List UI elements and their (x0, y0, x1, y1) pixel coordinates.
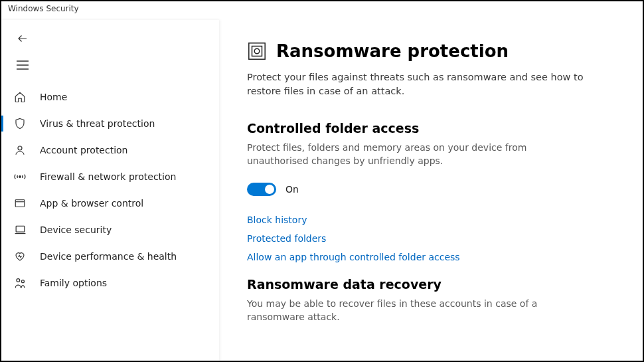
svg-point-1 (19, 176, 21, 178)
cfa-toggle-label: On (285, 184, 299, 195)
ransomware-icon (247, 41, 267, 61)
sidebar-item-performance[interactable]: Device performance & health (1, 243, 219, 270)
sidebar-item-device-security[interactable]: Device security (1, 217, 219, 243)
arrow-left-icon (17, 33, 29, 45)
page-title: Ransomware protection (276, 41, 509, 61)
sidebar-item-label: Account protection (40, 145, 128, 155)
page-description: Protect your files against threats such … (247, 70, 592, 98)
antenna-icon (13, 170, 27, 183)
svg-rect-7 (252, 46, 262, 56)
recovery-description: You may be able to recover files in thes… (247, 297, 566, 324)
recovery-title: Ransomware data recovery (247, 277, 616, 292)
hamburger-icon (17, 60, 29, 70)
person-icon (13, 143, 27, 157)
svg-point-5 (21, 280, 24, 283)
window-titlebar: Windows Security (1, 1, 643, 20)
svg-point-0 (18, 146, 22, 150)
sidebar-item-app-browser[interactable]: App & browser control (1, 190, 219, 217)
svg-rect-6 (249, 43, 265, 59)
hamburger-button[interactable] (9, 53, 36, 77)
link-allow-app[interactable]: Allow an app through controlled folder a… (247, 252, 616, 262)
back-button[interactable] (9, 27, 36, 50)
sidebar-item-firewall[interactable]: Firewall & network protection (1, 163, 219, 190)
sidebar-item-family[interactable]: Family options (1, 270, 219, 296)
laptop-icon (13, 223, 27, 236)
sidebar-item-label: Device performance & health (40, 251, 177, 262)
family-icon (13, 276, 27, 290)
home-icon (13, 90, 27, 104)
svg-point-8 (254, 48, 260, 54)
cfa-toggle[interactable] (247, 183, 276, 196)
shield-icon (13, 117, 27, 130)
cfa-title: Controlled folder access (247, 121, 616, 136)
main-content: Ransomware protection Protect your files… (219, 20, 643, 361)
sidebar-item-label: Family options (40, 278, 107, 288)
sidebar-item-label: App & browser control (40, 198, 143, 209)
heart-icon (13, 250, 27, 263)
svg-point-4 (16, 279, 19, 282)
window-title: Windows Security (8, 4, 79, 13)
link-block-history[interactable]: Block history (247, 215, 616, 225)
sidebar: Home Virus & threat protection Account p… (1, 20, 219, 361)
svg-rect-3 (16, 226, 25, 232)
sidebar-item-label: Virus & threat protection (40, 118, 155, 129)
sidebar-item-label: Device security (40, 225, 112, 235)
sidebar-item-home[interactable]: Home (1, 84, 219, 110)
app-window-icon (13, 197, 27, 210)
link-protected-folders[interactable]: Protected folders (247, 233, 616, 244)
svg-rect-2 (15, 200, 25, 207)
cfa-description: Protect files, folders and memory areas … (247, 141, 566, 168)
sidebar-item-label: Firewall & network protection (40, 171, 176, 182)
sidebar-item-label: Home (40, 92, 67, 102)
sidebar-item-virus-threat[interactable]: Virus & threat protection (1, 110, 219, 137)
sidebar-item-account[interactable]: Account protection (1, 137, 219, 163)
